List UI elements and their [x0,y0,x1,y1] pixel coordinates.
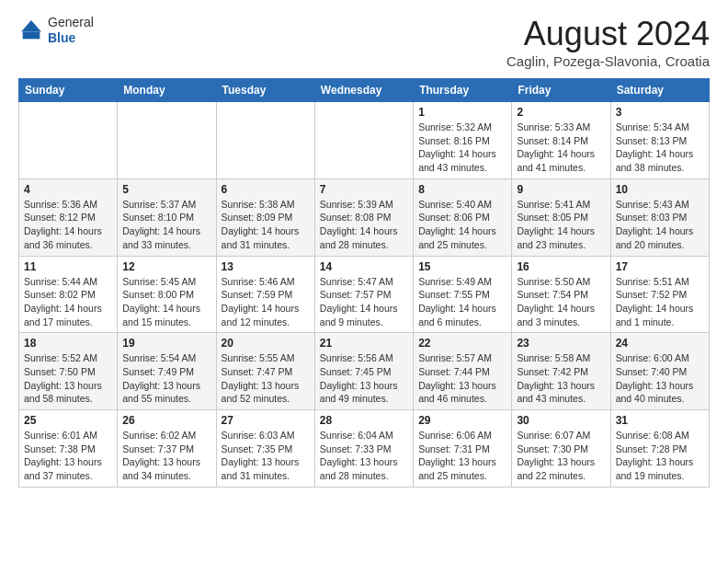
day-number: 8 [418,183,506,196]
calendar-cell: 10Sunrise: 5:43 AM Sunset: 8:03 PM Dayli… [610,178,709,256]
calendar-cell: 6Sunrise: 5:38 AM Sunset: 8:09 PM Daylig… [216,178,314,256]
day-number: 22 [418,337,506,350]
day-number: 29 [418,414,506,427]
calendar-cell: 25Sunrise: 6:01 AM Sunset: 7:38 PM Dayli… [19,410,118,488]
calendar-cell: 29Sunrise: 6:06 AM Sunset: 7:31 PM Dayli… [414,410,512,488]
day-number: 7 [320,183,408,196]
calendar-cell: 18Sunrise: 5:52 AM Sunset: 7:50 PM Dayli… [19,333,118,410]
title-section: August 2024 Caglin, Pozega-Slavonia, Cro… [506,15,710,69]
calendar-cell: 1Sunrise: 5:32 AM Sunset: 8:16 PM Daylig… [414,102,512,179]
calendar-cell: 9Sunrise: 5:41 AM Sunset: 8:05 PM Daylig… [512,178,610,256]
calendar-cell [314,102,413,179]
day-number: 20 [222,337,310,350]
day-of-week-header: Friday [512,79,610,102]
day-of-week-header: Monday [118,79,216,102]
day-number: 14 [320,260,408,273]
logo-icon [18,17,44,43]
day-number: 27 [222,414,310,427]
day-number: 1 [418,106,506,119]
day-info: Sunrise: 5:54 AM Sunset: 7:49 PM Dayligh… [122,351,210,406]
day-number: 16 [517,260,605,273]
day-of-week-header: Wednesday [314,79,413,102]
calendar-cell [216,102,314,179]
day-info: Sunrise: 6:07 AM Sunset: 7:30 PM Dayligh… [517,429,605,483]
logo-blue-text: Blue [48,30,94,46]
page-subtitle: Caglin, Pozega-Slavonia, Croatia [506,53,710,69]
day-info: Sunrise: 5:36 AM Sunset: 8:12 PM Dayligh… [24,198,112,252]
day-number: 11 [24,260,112,273]
calendar-cell: 16Sunrise: 5:50 AM Sunset: 7:54 PM Dayli… [512,256,610,333]
day-info: Sunrise: 5:51 AM Sunset: 7:52 PM Dayligh… [616,275,704,329]
day-number: 25 [24,414,112,427]
calendar-cell: 8Sunrise: 5:40 AM Sunset: 8:06 PM Daylig… [414,178,512,256]
page-header: General Blue August 2024 Caglin, Pozega-… [18,15,710,69]
day-number: 15 [418,260,506,273]
calendar-cell: 7Sunrise: 5:39 AM Sunset: 8:08 PM Daylig… [314,178,413,256]
calendar-week-row: 4Sunrise: 5:36 AM Sunset: 8:12 PM Daylig… [19,178,710,256]
day-info: Sunrise: 5:46 AM Sunset: 7:59 PM Dayligh… [222,275,310,329]
day-number: 21 [320,337,408,350]
calendar-cell: 24Sunrise: 6:00 AM Sunset: 7:40 PM Dayli… [610,333,709,410]
day-number: 24 [616,337,704,350]
day-number: 28 [320,414,408,427]
logo-general-text: General [48,15,94,30]
day-info: Sunrise: 5:55 AM Sunset: 7:47 PM Dayligh… [222,351,310,406]
day-info: Sunrise: 6:03 AM Sunset: 7:35 PM Dayligh… [222,429,310,483]
day-info: Sunrise: 5:52 AM Sunset: 7:50 PM Dayligh… [24,351,112,406]
day-of-week-header: Tuesday [216,79,314,102]
day-number: 6 [222,183,310,196]
calendar-cell: 2Sunrise: 5:33 AM Sunset: 8:14 PM Daylig… [512,102,610,179]
calendar-cell: 20Sunrise: 5:55 AM Sunset: 7:47 PM Dayli… [216,333,314,410]
day-number: 18 [24,337,112,350]
day-number: 17 [616,260,704,273]
day-info: Sunrise: 5:56 AM Sunset: 7:45 PM Dayligh… [320,351,408,406]
day-info: Sunrise: 6:00 AM Sunset: 7:40 PM Dayligh… [616,351,704,406]
day-number: 10 [616,183,704,196]
calendar-cell: 19Sunrise: 5:54 AM Sunset: 7:49 PM Dayli… [118,333,216,410]
day-info: Sunrise: 5:58 AM Sunset: 7:42 PM Dayligh… [517,351,605,406]
svg-marker-0 [21,20,41,31]
day-number: 5 [122,183,210,196]
calendar-cell: 3Sunrise: 5:34 AM Sunset: 8:13 PM Daylig… [610,102,709,179]
day-number: 4 [24,183,112,196]
day-info: Sunrise: 5:40 AM Sunset: 8:06 PM Dayligh… [418,198,506,252]
day-number: 13 [222,260,310,273]
calendar-cell: 12Sunrise: 5:45 AM Sunset: 8:00 PM Dayli… [118,256,216,333]
calendar-cell: 28Sunrise: 6:04 AM Sunset: 7:33 PM Dayli… [314,410,413,488]
day-info: Sunrise: 5:37 AM Sunset: 8:10 PM Dayligh… [122,198,210,252]
day-info: Sunrise: 5:34 AM Sunset: 8:13 PM Dayligh… [616,121,704,175]
day-info: Sunrise: 5:38 AM Sunset: 8:09 PM Dayligh… [222,198,310,252]
calendar-table: SundayMondayTuesdayWednesdayThursdayFrid… [18,78,710,488]
calendar-cell: 13Sunrise: 5:46 AM Sunset: 7:59 PM Dayli… [216,256,314,333]
calendar-week-row: 11Sunrise: 5:44 AM Sunset: 8:02 PM Dayli… [19,256,710,333]
day-info: Sunrise: 5:43 AM Sunset: 8:03 PM Dayligh… [616,198,704,252]
calendar-cell: 5Sunrise: 5:37 AM Sunset: 8:10 PM Daylig… [118,178,216,256]
logo: General Blue [18,15,94,46]
day-number: 12 [122,260,210,273]
day-info: Sunrise: 6:06 AM Sunset: 7:31 PM Dayligh… [418,429,506,483]
day-of-week-header: Sunday [19,79,118,102]
calendar-cell [118,102,216,179]
day-info: Sunrise: 5:33 AM Sunset: 8:14 PM Dayligh… [517,121,605,175]
calendar-cell: 23Sunrise: 5:58 AM Sunset: 7:42 PM Dayli… [512,333,610,410]
day-number: 23 [517,337,605,350]
calendar-week-row: 18Sunrise: 5:52 AM Sunset: 7:50 PM Dayli… [19,333,710,410]
day-number: 3 [616,106,704,119]
day-info: Sunrise: 5:50 AM Sunset: 7:54 PM Dayligh… [517,275,605,329]
calendar-cell: 17Sunrise: 5:51 AM Sunset: 7:52 PM Dayli… [610,256,709,333]
day-of-week-header: Saturday [610,79,709,102]
day-info: Sunrise: 5:47 AM Sunset: 7:57 PM Dayligh… [320,275,408,329]
day-info: Sunrise: 5:57 AM Sunset: 7:44 PM Dayligh… [418,351,506,406]
calendar-cell [19,102,118,179]
day-number: 31 [616,414,704,427]
day-info: Sunrise: 5:45 AM Sunset: 8:00 PM Dayligh… [122,275,210,329]
day-info: Sunrise: 6:01 AM Sunset: 7:38 PM Dayligh… [24,429,112,483]
calendar-week-row: 1Sunrise: 5:32 AM Sunset: 8:16 PM Daylig… [19,102,710,179]
day-info: Sunrise: 6:08 AM Sunset: 7:28 PM Dayligh… [616,429,704,483]
day-number: 2 [517,106,605,119]
day-info: Sunrise: 5:49 AM Sunset: 7:55 PM Dayligh… [418,275,506,329]
calendar-cell: 4Sunrise: 5:36 AM Sunset: 8:12 PM Daylig… [19,178,118,256]
day-number: 9 [517,183,605,196]
day-info: Sunrise: 5:32 AM Sunset: 8:16 PM Dayligh… [418,121,506,175]
calendar-week-row: 25Sunrise: 6:01 AM Sunset: 7:38 PM Dayli… [19,410,710,488]
